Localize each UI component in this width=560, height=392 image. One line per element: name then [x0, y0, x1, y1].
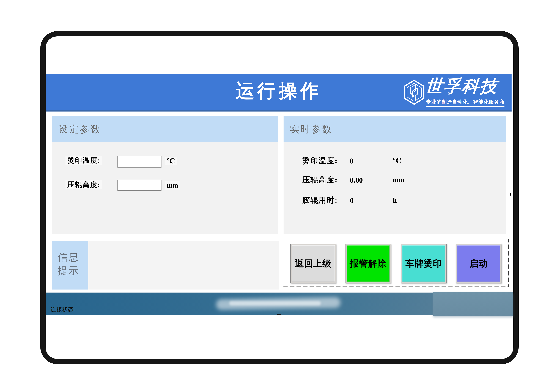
info-prompt-label: 信息 提示 [52, 241, 88, 290]
rt-roller-time-value: 0 [350, 196, 354, 205]
hexagon-logo-icon [404, 80, 425, 105]
brand-logo-block: 世孚科技 专业的制造自动化、智能化服务商 [404, 78, 507, 107]
rt-roller-height-unit: mm [393, 176, 405, 184]
rt-roller-height-value: 0.00 [350, 176, 363, 184]
back-button[interactable]: 返回上级 [290, 244, 336, 283]
set-temp-unit: ℃ [165, 157, 177, 165]
plate-stamp-button-face: 车牌烫印 [402, 245, 445, 282]
realtime-panel-body [283, 142, 506, 234]
back-button-label: 返回上级 [295, 258, 332, 269]
button-group: 返回上级 报警解除 车牌烫印 启动 [283, 239, 509, 287]
roller-height-input[interactable] [118, 180, 161, 191]
status-bar-right-segment [433, 292, 513, 316]
back-button-face: 返回上级 [292, 245, 335, 282]
start-button-label: 启动 [470, 258, 488, 269]
roller-height-unit: mm [165, 181, 180, 189]
rt-roller-height-label: 压辊高度: [302, 176, 338, 184]
brand-name: 世孚科技 [425, 78, 499, 95]
plate-stamp-button[interactable]: 车牌烫印 [401, 244, 447, 283]
info-line2: 提示 [58, 264, 88, 277]
alarm-reset-button-face: 报警解除 [347, 245, 390, 282]
right-edge-tick [510, 193, 511, 196]
set-temp-label: 烫印温度: [65, 156, 102, 165]
rt-temp-unit: ℃ [393, 157, 401, 165]
alarm-reset-button[interactable]: 报警解除 [345, 244, 391, 283]
info-line1: 信息 [58, 250, 88, 264]
rt-roller-time-label: 胶辊用时: [302, 196, 338, 204]
rt-temp-value: 0 [350, 157, 354, 165]
realtime-panel-title: 实时参数 [290, 123, 333, 136]
set-panel-header: 设定参数 [52, 116, 278, 142]
brand-tagline: 专业的制造自动化、智能化服务商 [426, 98, 504, 107]
start-button-face: 启动 [457, 245, 500, 282]
rt-temp-label: 烫印温度: [302, 157, 338, 165]
roller-height-label: 压辊高度: [65, 180, 102, 189]
redacted-blur-streak [229, 301, 321, 305]
alarm-reset-button-label: 报警解除 [350, 258, 387, 269]
rt-roller-time-unit: h [393, 196, 397, 204]
status-bar-notch [277, 314, 281, 315]
realtime-panel-header: 实时参数 [283, 116, 506, 142]
info-message-area [88, 241, 279, 290]
connection-status-label: 连接状态: [51, 306, 76, 313]
plate-stamp-button-label: 车牌烫印 [405, 258, 442, 269]
start-button[interactable]: 启动 [456, 244, 501, 283]
set-temp-input[interactable] [118, 156, 161, 167]
set-panel-title: 设定参数 [58, 123, 101, 136]
